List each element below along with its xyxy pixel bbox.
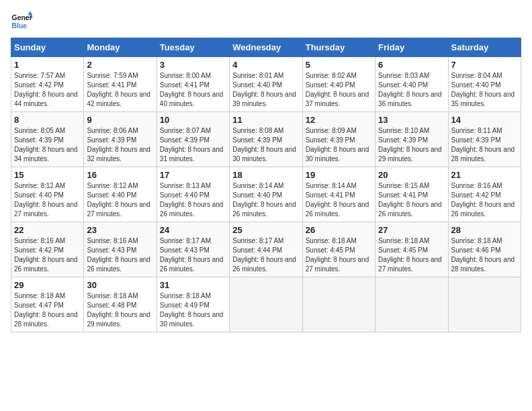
day-info: Sunrise: 8:01 AMSunset: 4:40 PMDaylight:… <box>232 72 296 107</box>
day-info: Sunrise: 8:18 AMSunset: 4:48 PMDaylight:… <box>87 292 150 328</box>
day-info: Sunrise: 8:12 AMSunset: 4:40 PMDaylight:… <box>87 182 150 218</box>
col-header-thursday: Thursday <box>302 38 375 57</box>
week-row-2: 8 Sunrise: 8:05 AMSunset: 4:39 PMDayligh… <box>11 112 521 167</box>
day-cell: 3 Sunrise: 8:00 AMSunset: 4:41 PMDayligh… <box>157 57 229 112</box>
day-number: 21 <box>451 170 518 180</box>
day-number: 18 <box>232 170 299 180</box>
day-cell <box>230 277 302 332</box>
day-cell: 28 Sunrise: 8:18 AMSunset: 4:46 PMDaylig… <box>448 222 521 277</box>
day-info: Sunrise: 8:12 AMSunset: 4:40 PMDaylight:… <box>14 182 78 218</box>
day-number: 8 <box>14 115 81 125</box>
col-header-tuesday: Tuesday <box>157 38 229 57</box>
day-cell: 22 Sunrise: 8:16 AMSunset: 4:42 PMDaylig… <box>11 222 84 277</box>
page-header: General Blue <box>11 11 521 32</box>
day-info: Sunrise: 8:03 AMSunset: 4:40 PMDaylight:… <box>378 72 442 107</box>
day-info: Sunrise: 8:08 AMSunset: 4:39 PMDaylight:… <box>232 127 296 163</box>
logo-icon: General Blue <box>11 11 32 32</box>
day-number: 17 <box>160 170 226 180</box>
svg-text:General: General <box>12 14 32 21</box>
day-number: 13 <box>378 115 445 125</box>
day-info: Sunrise: 8:16 AMSunset: 4:43 PMDaylight:… <box>87 237 150 273</box>
day-cell: 11 Sunrise: 8:08 AMSunset: 4:39 PMDaylig… <box>230 112 302 167</box>
day-cell: 12 Sunrise: 8:09 AMSunset: 4:39 PMDaylig… <box>302 112 375 167</box>
day-cell: 2 Sunrise: 7:59 AMSunset: 4:41 PMDayligh… <box>84 57 157 112</box>
day-info: Sunrise: 8:05 AMSunset: 4:39 PMDaylight:… <box>14 127 78 163</box>
day-number: 12 <box>306 115 372 125</box>
week-row-3: 15 Sunrise: 8:12 AMSunset: 4:40 PMDaylig… <box>11 167 521 222</box>
day-info: Sunrise: 8:11 AMSunset: 4:39 PMDaylight:… <box>451 127 515 163</box>
col-header-monday: Monday <box>84 38 157 57</box>
day-info: Sunrise: 8:18 AMSunset: 4:47 PMDaylight:… <box>14 292 78 328</box>
day-cell: 21 Sunrise: 8:16 AMSunset: 4:42 PMDaylig… <box>448 167 521 222</box>
day-info: Sunrise: 8:10 AMSunset: 4:39 PMDaylight:… <box>378 127 442 163</box>
day-cell: 4 Sunrise: 8:01 AMSunset: 4:40 PMDayligh… <box>230 57 302 112</box>
day-cell: 17 Sunrise: 8:13 AMSunset: 4:40 PMDaylig… <box>157 167 229 222</box>
day-number: 23 <box>87 225 153 235</box>
day-number: 9 <box>87 115 153 125</box>
day-number: 31 <box>160 280 226 290</box>
day-cell: 5 Sunrise: 8:02 AMSunset: 4:40 PMDayligh… <box>302 57 375 112</box>
day-cell: 18 Sunrise: 8:14 AMSunset: 4:40 PMDaylig… <box>230 167 302 222</box>
day-cell <box>448 277 521 332</box>
day-number: 29 <box>14 280 81 290</box>
logo: General Blue <box>11 11 35 32</box>
week-row-4: 22 Sunrise: 8:16 AMSunset: 4:42 PMDaylig… <box>11 222 521 277</box>
day-number: 22 <box>14 225 81 235</box>
day-info: Sunrise: 8:07 AMSunset: 4:39 PMDaylight:… <box>160 127 224 163</box>
day-cell <box>375 277 448 332</box>
day-number: 28 <box>451 225 518 235</box>
day-info: Sunrise: 8:17 AMSunset: 4:43 PMDaylight:… <box>160 237 224 273</box>
day-number: 11 <box>232 115 299 125</box>
day-number: 10 <box>160 115 226 125</box>
day-cell: 20 Sunrise: 8:15 AMSunset: 4:41 PMDaylig… <box>375 167 448 222</box>
day-info: Sunrise: 8:00 AMSunset: 4:41 PMDaylight:… <box>160 72 224 107</box>
day-number: 26 <box>306 225 372 235</box>
day-number: 30 <box>87 280 153 290</box>
day-info: Sunrise: 8:18 AMSunset: 4:45 PMDaylight:… <box>306 237 369 273</box>
calendar-table: SundayMondayTuesdayWednesdayThursdayFrid… <box>11 38 521 332</box>
day-info: Sunrise: 8:16 AMSunset: 4:42 PMDaylight:… <box>451 182 515 218</box>
day-number: 5 <box>306 60 372 70</box>
day-info: Sunrise: 8:14 AMSunset: 4:40 PMDaylight:… <box>232 182 296 218</box>
day-cell: 8 Sunrise: 8:05 AMSunset: 4:39 PMDayligh… <box>11 112 84 167</box>
day-info: Sunrise: 8:06 AMSunset: 4:39 PMDaylight:… <box>87 127 150 163</box>
col-header-saturday: Saturday <box>448 38 521 57</box>
day-cell: 13 Sunrise: 8:10 AMSunset: 4:39 PMDaylig… <box>375 112 448 167</box>
col-header-friday: Friday <box>375 38 448 57</box>
col-header-sunday: Sunday <box>11 38 84 57</box>
day-number: 19 <box>306 170 372 180</box>
day-info: Sunrise: 7:59 AMSunset: 4:41 PMDaylight:… <box>87 72 150 107</box>
day-info: Sunrise: 8:16 AMSunset: 4:42 PMDaylight:… <box>14 237 78 273</box>
day-number: 20 <box>378 170 445 180</box>
day-cell: 6 Sunrise: 8:03 AMSunset: 4:40 PMDayligh… <box>375 57 448 112</box>
day-cell: 14 Sunrise: 8:11 AMSunset: 4:39 PMDaylig… <box>448 112 521 167</box>
day-cell: 7 Sunrise: 8:04 AMSunset: 4:40 PMDayligh… <box>448 57 521 112</box>
day-number: 14 <box>451 115 518 125</box>
day-number: 25 <box>232 225 299 235</box>
day-cell: 27 Sunrise: 8:18 AMSunset: 4:45 PMDaylig… <box>375 222 448 277</box>
day-number: 16 <box>87 170 153 180</box>
week-row-5: 29 Sunrise: 8:18 AMSunset: 4:47 PMDaylig… <box>11 277 521 332</box>
day-cell: 15 Sunrise: 8:12 AMSunset: 4:40 PMDaylig… <box>11 167 84 222</box>
col-header-wednesday: Wednesday <box>230 38 302 57</box>
day-cell: 16 Sunrise: 8:12 AMSunset: 4:40 PMDaylig… <box>84 167 157 222</box>
day-info: Sunrise: 8:14 AMSunset: 4:41 PMDaylight:… <box>306 182 369 218</box>
day-info: Sunrise: 8:09 AMSunset: 4:39 PMDaylight:… <box>306 127 369 163</box>
svg-text:Blue: Blue <box>12 22 28 30</box>
day-cell <box>302 277 375 332</box>
day-number: 24 <box>160 225 226 235</box>
day-cell: 31 Sunrise: 8:18 AMSunset: 4:49 PMDaylig… <box>157 277 229 332</box>
day-number: 15 <box>14 170 81 180</box>
day-info: Sunrise: 8:18 AMSunset: 4:46 PMDaylight:… <box>451 237 515 273</box>
day-info: Sunrise: 7:57 AMSunset: 4:42 PMDaylight:… <box>14 72 78 107</box>
day-info: Sunrise: 8:18 AMSunset: 4:49 PMDaylight:… <box>160 292 224 328</box>
day-cell: 29 Sunrise: 8:18 AMSunset: 4:47 PMDaylig… <box>11 277 84 332</box>
day-number: 4 <box>232 60 299 70</box>
day-number: 6 <box>378 60 445 70</box>
day-cell: 25 Sunrise: 8:17 AMSunset: 4:44 PMDaylig… <box>230 222 302 277</box>
day-cell: 10 Sunrise: 8:07 AMSunset: 4:39 PMDaylig… <box>157 112 229 167</box>
day-cell: 1 Sunrise: 7:57 AMSunset: 4:42 PMDayligh… <box>11 57 84 112</box>
day-info: Sunrise: 8:04 AMSunset: 4:40 PMDaylight:… <box>451 72 515 107</box>
day-info: Sunrise: 8:13 AMSunset: 4:40 PMDaylight:… <box>160 182 224 218</box>
day-number: 2 <box>87 60 153 70</box>
